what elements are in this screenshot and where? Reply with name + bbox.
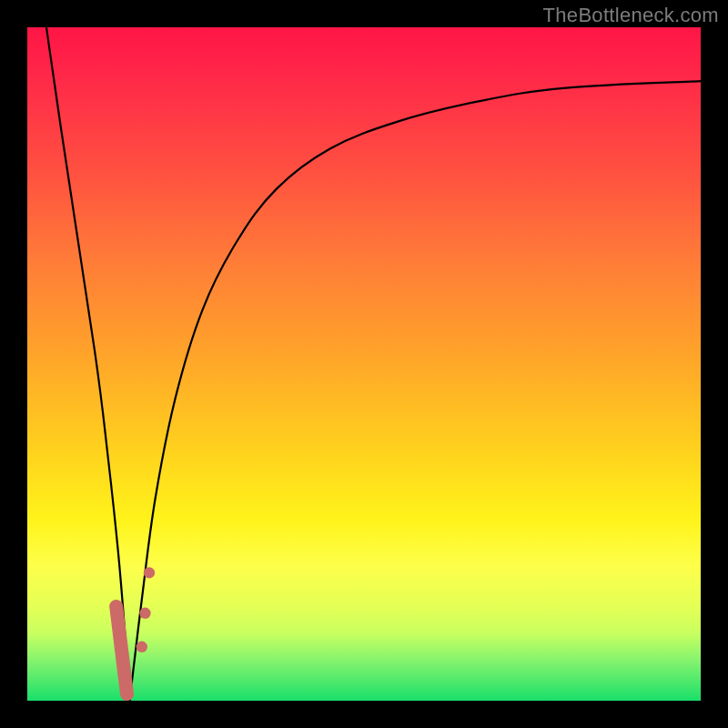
marker-dot [136,642,147,652]
marker-dots [136,567,156,652]
plot-area [27,27,701,701]
curve-left-branch [27,0,129,701]
marker-thick-stub [116,606,127,693]
marker-dot [144,567,155,578]
watermark-text: TheBottleneck.com [543,4,719,27]
curves-svg [27,27,701,701]
chart-frame: TheBottleneck.com [0,0,728,728]
marker-dot [139,608,150,619]
curve-right-branch [129,81,701,701]
